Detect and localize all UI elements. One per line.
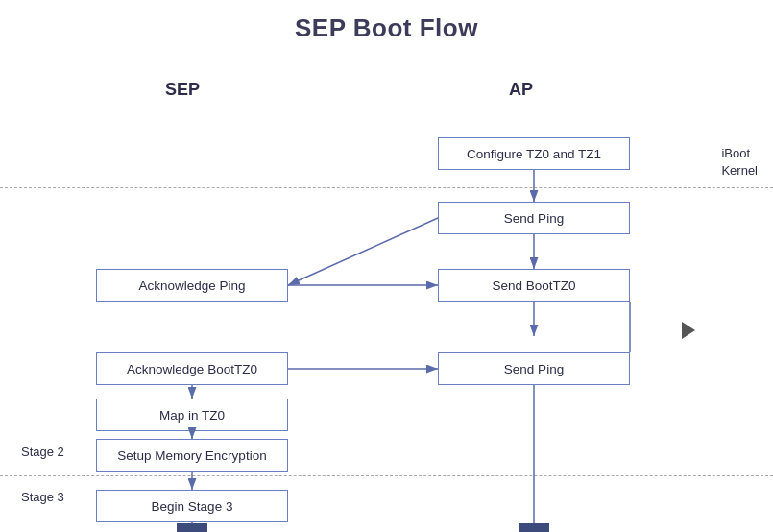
sep-end-arrow xyxy=(177,523,207,532)
configure-tz-box: Configure TZ0 and TZ1 xyxy=(438,137,630,170)
cursor-pointer xyxy=(682,322,695,339)
map-in-tz0-box: Map in TZ0 xyxy=(96,399,288,431)
send-ping-2-box: Send Ping xyxy=(438,352,630,385)
stage2-label: Stage 2 xyxy=(21,445,64,459)
begin-stage3-box: Begin Stage 3 xyxy=(96,490,288,522)
send-bootz0-box: Send BootTZ0 xyxy=(438,269,630,302)
svg-line-4 xyxy=(288,218,438,285)
acknowledge-ping-box: Acknowledge Ping xyxy=(96,269,288,302)
stage3-label: Stage 3 xyxy=(21,490,64,504)
ap-end-arrow xyxy=(519,523,549,532)
page-title: SEP Boot Flow xyxy=(0,0,773,43)
iboot-kernel-divider xyxy=(0,187,773,188)
setup-memory-box: Setup Memory Encryption xyxy=(96,439,288,472)
sep-column-header: SEP xyxy=(165,80,200,100)
iboot-label: iBoot Kernel xyxy=(721,145,758,180)
send-ping-1-box: Send Ping xyxy=(438,202,630,234)
acknowledge-bootz0-box: Acknowledge BootTZ0 xyxy=(96,352,288,385)
svg-marker-15 xyxy=(519,523,549,532)
svg-marker-14 xyxy=(177,523,207,532)
stage2-stage3-divider xyxy=(0,475,773,476)
ap-column-header: AP xyxy=(509,80,533,100)
